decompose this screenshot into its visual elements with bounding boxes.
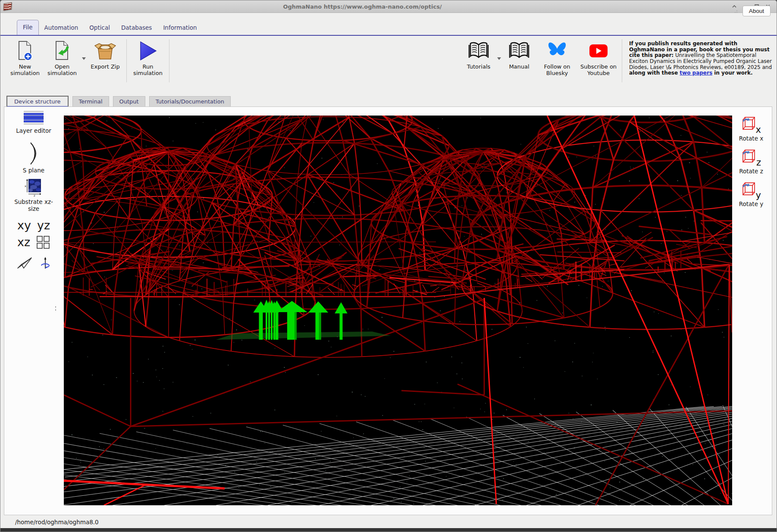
rotate-z-letter: z — [756, 157, 761, 168]
document-tabs: Device structure Terminal Output Tutoria… — [6, 95, 231, 106]
about-button[interactable]: About — [743, 6, 771, 16]
rotate-x-label: Rotate x — [738, 135, 764, 142]
app-icon — [3, 2, 12, 11]
menu-tab-automation[interactable]: Automation — [39, 21, 84, 35]
citation-bold-mid: along with these — [629, 70, 680, 76]
toolbar-separator — [126, 39, 127, 82]
bluesky-butterfly-icon — [547, 39, 567, 63]
toolbar-separator — [622, 39, 622, 82]
youtube-icon — [589, 39, 608, 63]
two-papers-link[interactable]: two papers — [680, 70, 712, 76]
new-document-icon — [16, 39, 34, 63]
tutorials-dropdown-caret-icon[interactable] — [496, 57, 502, 60]
run-simulation-button[interactable]: Run simulation — [129, 39, 166, 77]
new-simulation-button[interactable]: New simulation — [6, 39, 44, 77]
s-plane-icon — [27, 141, 40, 166]
open-document-icon — [52, 39, 72, 63]
oghmanano-window: OghmaNano https://www.oghma-nano.com/opt… — [0, 0, 777, 532]
menu-tab-databases[interactable]: Databases — [116, 21, 157, 35]
citation-bold-end: in your work. — [712, 70, 753, 76]
grid-2x2-icon[interactable] — [36, 235, 50, 249]
menu-tab-information[interactable]: Information — [157, 21, 202, 35]
rotate-cube-icon — [742, 116, 756, 131]
open-book-icon — [468, 39, 489, 63]
view-xy-button[interactable]: xy — [17, 219, 31, 232]
toolbar-separator — [169, 39, 169, 82]
substrate-thumbnail-icon: x z — [25, 178, 43, 197]
tool-label: Follow on Bluesky — [536, 63, 578, 77]
toolbar: New simulation Open simulation — [0, 37, 777, 84]
title-bar[interactable]: OghmaNano https://www.oghma-nano.com/opt… — [0, 0, 777, 13]
view-xz-button[interactable]: xz — [17, 235, 30, 249]
panel-splitter-handle[interactable] — [54, 307, 57, 316]
tool-label: New simulation — [6, 63, 44, 77]
tab-device-structure[interactable]: Device structure — [6, 96, 69, 107]
layers-icon — [24, 111, 44, 125]
rotate-z-label: Rotate z — [738, 168, 764, 175]
play-icon — [138, 39, 158, 63]
menu-tab-optical[interactable]: Optical — [84, 21, 116, 35]
s-plane-label: S plane — [12, 167, 55, 174]
rotate-y-letter: y — [756, 190, 761, 200]
status-path: /home/rod/oghma/oghma8.0 — [15, 519, 99, 526]
tab-output[interactable]: Output — [113, 96, 145, 106]
substrate-label: Substrate xz-size — [12, 199, 55, 213]
tab-terminal[interactable]: Terminal — [72, 96, 109, 106]
tutorials-button[interactable]: Tutorials — [461, 39, 496, 70]
citation-note: If you publish results generated with Og… — [625, 39, 777, 76]
open-book-icon — [509, 39, 529, 63]
rotate-x-letter: x — [756, 125, 761, 135]
rotate-z-button[interactable]: z Rotate z — [738, 149, 764, 175]
svg-text:x: x — [25, 185, 26, 188]
rotate-x-button[interactable]: x Rotate x — [738, 116, 764, 142]
tab-tutorials-documentation[interactable]: Tutorials/Documentation — [149, 96, 231, 106]
s-plane-button[interactable]: S plane — [12, 141, 55, 174]
rotate-controls: x Rotate x z Rotate z — [734, 116, 768, 215]
layer-editor-label: Layer editor — [12, 128, 55, 135]
rotate-axis-icon[interactable] — [40, 256, 50, 270]
layer-editor-button[interactable]: Layer editor — [12, 111, 55, 135]
substrate-xz-size-button[interactable]: x z Substrate xz-size — [12, 178, 55, 213]
rotate-cube-icon — [742, 149, 756, 163]
3d-device-viewport[interactable] — [64, 116, 732, 505]
window-title: OghmaNano https://www.oghma-nano.com/opt… — [12, 3, 730, 10]
rotate-y-button[interactable]: y Rotate y — [738, 182, 764, 207]
open-dropdown-caret-icon[interactable] — [81, 57, 87, 60]
ray-trace-paper-plane-icon[interactable] — [17, 257, 32, 269]
manual-button[interactable]: Manual — [502, 39, 536, 70]
export-zip-button[interactable]: Export Zip — [87, 39, 124, 70]
resize-grip-icon — [733, 9, 738, 14]
tool-label: Manual — [509, 63, 529, 70]
tool-label: Export Zip — [91, 63, 119, 70]
rotate-cube-icon — [742, 182, 756, 196]
open-simulation-button[interactable]: Open simulation — [44, 39, 81, 77]
bluesky-button[interactable]: Follow on Bluesky — [536, 39, 578, 77]
bottom-strip — [0, 528, 777, 532]
menu-bar: File Automation Optical Databases Inform… — [0, 13, 777, 36]
svg-text:z: z — [34, 194, 35, 197]
rotate-y-label: Rotate y — [738, 200, 764, 207]
sidebar: Layer editor S plane x z Substrat — [9, 111, 58, 270]
youtube-button[interactable]: Subscribe on Youtube — [578, 39, 619, 77]
box-icon — [94, 39, 116, 63]
menu-tab-file[interactable]: File — [17, 20, 39, 35]
tool-label: Run simulation — [129, 63, 166, 77]
tool-label: Subscribe on Youtube — [578, 63, 619, 77]
tool-label: Open simulation — [44, 63, 81, 77]
tool-label: Tutorials — [467, 63, 491, 70]
view-yz-button[interactable]: yz — [37, 219, 50, 232]
